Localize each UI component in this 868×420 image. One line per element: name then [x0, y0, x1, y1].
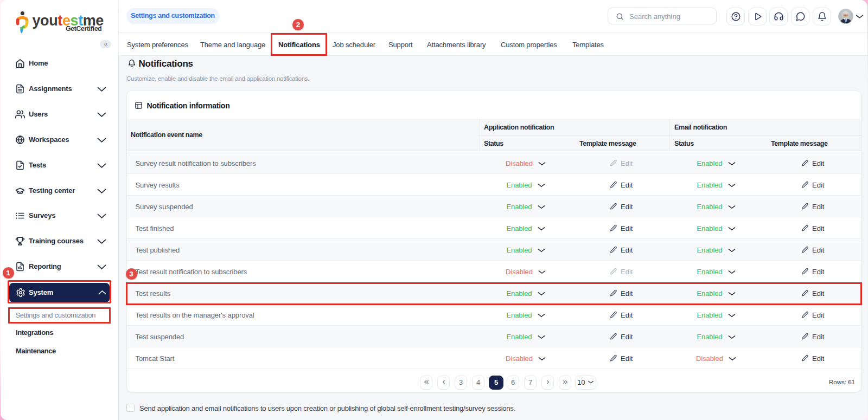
svg-text:GetCertified: GetCertified	[66, 25, 101, 33]
